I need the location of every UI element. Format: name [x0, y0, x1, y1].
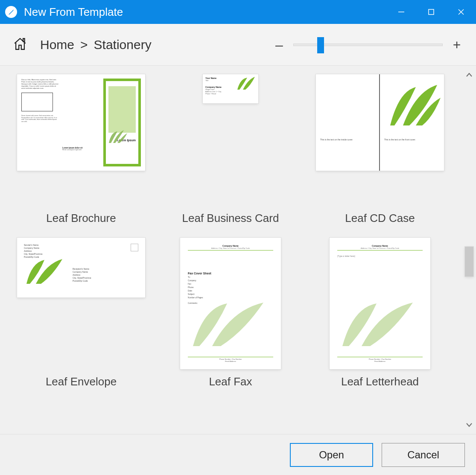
breadcrumb-separator: >: [80, 38, 88, 52]
app-icon: [5, 6, 17, 18]
placeholder-text: Company:: [188, 280, 273, 282]
template-leaf-business-card[interactable]: Your Name Title Company Name Slogan here…: [166, 74, 295, 225]
template-label: Leaf Fax: [209, 375, 252, 388]
template-leaf-fax[interactable]: Company Name Address • City, State or Pr…: [166, 238, 295, 388]
template-leaf-cd-case[interactable]: This is the text on the inside cover. Th…: [316, 74, 444, 225]
placeholder-text: Subject:: [188, 293, 273, 295]
placeholder-text: Postal/Zip Code: [73, 280, 91, 283]
placeholder-text: To:: [188, 276, 273, 278]
breadcrumb-current: Stationery: [94, 38, 152, 52]
cancel-button-label: Cancel: [407, 449, 439, 461]
placeholder-text: [Type a letter here]: [337, 255, 423, 257]
maximize-button[interactable]: [416, 0, 446, 24]
template-label: Leaf Business Card: [182, 212, 279, 225]
template-leaf-letterhead[interactable]: Company Name Address • City, State or Pr…: [316, 238, 444, 388]
placeholder-text: Address • City, State or Province • Post…: [188, 247, 273, 249]
template-thumbnail: This is the text on the inside cover. Th…: [316, 74, 444, 207]
window-title: New From Template: [24, 6, 123, 19]
placeholder-text: Address: [24, 250, 43, 253]
placeholder-text: Donec laoreet velit nonmi. Sed consectet…: [21, 115, 59, 122]
leaf-icon: [107, 128, 128, 147]
template-leaf-brochure[interactable]: Duis ac felis. Maecenas sapien erat. Sed…: [17, 74, 145, 225]
leaf-icon: [23, 257, 66, 289]
placeholder-text: Address: [73, 274, 91, 277]
zoom-in-button[interactable]: +: [450, 38, 463, 52]
placeholder-text: Duis ac felis. Maecenas sapien erat. Sed…: [21, 79, 59, 89]
breadcrumb-home[interactable]: Home: [40, 38, 74, 52]
zoom-out-button[interactable]: –: [273, 38, 286, 52]
placeholder-text: Number of Pages:: [188, 297, 273, 299]
zoom-controls: – +: [273, 38, 463, 52]
placeholder-text: Date:: [188, 290, 273, 292]
titlebar: New From Template: [0, 0, 476, 24]
template-grid-area: Duis ac felis. Maecenas sapien erat. Sed…: [0, 66, 476, 434]
scrollbar-thumb[interactable]: [465, 247, 473, 277]
cancel-button[interactable]: Cancel: [382, 443, 465, 467]
minimize-button[interactable]: [386, 0, 416, 24]
template-label: Leaf Envelope: [46, 375, 117, 388]
template-thumbnail: Sender's Name Company Name Address City,…: [17, 238, 145, 370]
image-placeholder: [21, 93, 53, 111]
open-button-label: Open: [319, 449, 344, 461]
zoom-slider[interactable]: [293, 44, 443, 46]
leaf-icon: [338, 299, 419, 352]
template-thumbnail: Your Name Title Company Name Slogan here…: [166, 74, 295, 207]
svg-rect-1: [429, 9, 434, 15]
template-leaf-envelope[interactable]: Sender's Name Company Name Address City,…: [17, 238, 145, 388]
dialog-footer: Open Cancel: [0, 434, 476, 475]
vertical-scrollbar[interactable]: [463, 69, 475, 431]
home-icon[interactable]: [13, 37, 27, 53]
zoom-slider-thumb[interactable]: [317, 37, 324, 53]
placeholder-text: This is the text on the inside cover.: [320, 138, 353, 141]
decorative-fill: [108, 86, 136, 133]
scroll-up-button[interactable]: [463, 69, 475, 80]
template-label: Leaf CD Case: [345, 212, 415, 225]
leaf-icon: [189, 299, 270, 352]
placeholder-text: City, State/Province: [24, 253, 43, 256]
scroll-down-button[interactable]: [463, 420, 475, 431]
toolbar: Home > Stationery – +: [0, 24, 476, 66]
placeholder-text: Email Address: [188, 360, 273, 362]
placeholder-text: Sender's Name: [24, 244, 43, 247]
placeholder-text: Company Name: [73, 271, 91, 274]
template-label: Leaf Brochure: [46, 212, 116, 225]
template-thumbnail: Company Name Address • City, State or Pr…: [316, 238, 444, 370]
template-thumbnail: Duis ac felis. Maecenas sapien erat. Sed…: [17, 74, 145, 207]
template-thumbnail: Company Name Address • City, State or Pr…: [166, 238, 295, 370]
open-button[interactable]: Open: [290, 443, 373, 467]
placeholder-text: Hendr consequat e eget ante: [62, 149, 100, 151]
placeholder-text: Company Name: [24, 247, 43, 250]
placeholder-text: Phone:: [188, 286, 273, 288]
leaf-icon: [386, 83, 441, 131]
sender-address: Sender's Name Company Name Address City,…: [24, 244, 43, 259]
svg-rect-4: [23, 38, 25, 41]
close-button[interactable]: [446, 0, 476, 24]
placeholder-text: Recipient's Name: [73, 268, 91, 271]
placeholder-text: Email Address: [337, 360, 423, 362]
placeholder-text: Address • City, State or Province • Post…: [337, 247, 423, 249]
leaf-icon: [235, 76, 257, 93]
recipient-address: Recipient's Name Company Name Address Ci…: [73, 268, 91, 283]
stamp-placeholder: [131, 244, 138, 251]
template-label: Leaf Letterhead: [341, 375, 419, 388]
placeholder-text: City, State/Province: [73, 277, 91, 280]
scrollbar-track[interactable]: [463, 80, 475, 420]
breadcrumb: Home > Stationery: [40, 38, 152, 52]
placeholder-text: Fax:: [188, 283, 273, 285]
placeholder-text: Fax Cover Sheet: [188, 272, 273, 275]
placeholder-text: This is the text on the front cover.: [384, 138, 416, 141]
